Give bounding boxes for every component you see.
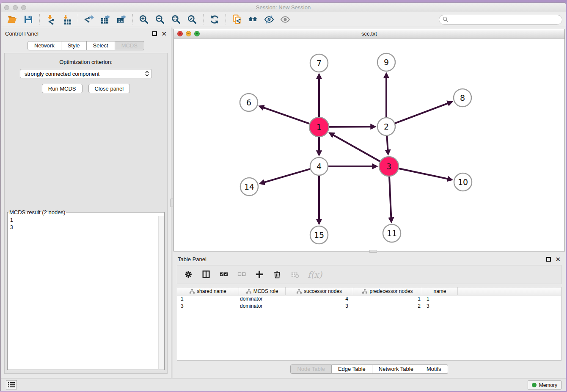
table-cell[interactable]: 3 [422, 303, 458, 310]
delete-columns-button[interactable] [272, 269, 283, 280]
graph-edge-3-11[interactable] [389, 177, 391, 218]
frame-close-button[interactable]: ✕ [177, 31, 183, 36]
apply-layout-icon [209, 14, 220, 25]
zoom-in-icon [139, 14, 149, 25]
function-builder-button[interactable]: f(x) [308, 270, 322, 280]
tab-style[interactable]: Style [61, 41, 87, 50]
select-all-columns-button[interactable] [219, 269, 230, 280]
hide-selected-button[interactable] [264, 14, 275, 25]
table-cell[interactable]: 1 [177, 295, 239, 303]
home-button[interactable] [248, 14, 259, 25]
application-window: Session: New Session [0, 3, 566, 391]
tab-motifs[interactable]: Motifs [420, 364, 448, 374]
graph-edge-1-2[interactable] [329, 127, 371, 127]
optimization-criterion-value: strongly connected component [25, 71, 145, 77]
tab-network[interactable]: Network [28, 41, 61, 50]
tab-mcds[interactable]: MCDS [115, 41, 144, 50]
graph-edge-4-14[interactable] [264, 169, 310, 182]
export-network-button[interactable] [84, 14, 95, 25]
column-header-successor-nodes[interactable]: successor nodes [286, 287, 353, 295]
close-panel-button[interactable]: Close panel [88, 84, 130, 93]
delete-columns-icon [273, 270, 282, 279]
unselect-all-columns-button[interactable] [237, 269, 248, 280]
graph-node-label: 10 [458, 177, 468, 187]
column-header-shared-name[interactable]: shared name [177, 287, 239, 295]
close-window-button[interactable] [4, 5, 9, 10]
float-table-panel-icon[interactable] [546, 257, 551, 262]
task-history-button[interactable] [6, 380, 17, 389]
mcds-result-fieldset: MCDS result (2 nodes) 13 [7, 209, 165, 370]
zoom-out-button[interactable] [154, 14, 165, 25]
zoom-fit-button[interactable] [171, 14, 182, 25]
open-session-button[interactable] [7, 14, 18, 25]
import-table-button[interactable] [61, 14, 72, 25]
column-header-name[interactable]: name [422, 287, 458, 295]
delete-table-button[interactable] [290, 269, 301, 280]
tab-node-table[interactable]: Node Table [290, 364, 332, 374]
zoom-in-button[interactable] [138, 14, 149, 25]
graph-edge-1-6[interactable] [264, 108, 309, 124]
close-table-panel-icon[interactable]: ✕ [555, 257, 561, 262]
graph-edge-3-1[interactable] [333, 135, 380, 161]
import-network-button[interactable] [45, 14, 56, 25]
graph-node-label: 7 [317, 58, 322, 68]
show-all-button[interactable] [280, 14, 291, 25]
table-panel-header: Table Panel ✕ [173, 253, 565, 265]
control-panel: Control Panel ✕ NetworkStyleSelectMCDS O… [1, 28, 171, 378]
minimize-window-button[interactable] [13, 5, 18, 10]
tab-edge-table[interactable]: Edge Table [332, 364, 372, 374]
export-image-icon [116, 14, 127, 25]
graph-edge-2-8[interactable] [395, 103, 448, 123]
export-table-button[interactable] [100, 14, 111, 25]
frame-maximize-button[interactable]: + [194, 31, 200, 36]
save-session-button[interactable] [23, 14, 34, 25]
search-input[interactable] [439, 15, 562, 25]
table-cell[interactable]: dominator [239, 303, 286, 310]
table-cell[interactable]: 1 [422, 295, 458, 303]
status-bar: Memory [1, 378, 566, 391]
mcds-result-text[interactable]: 13 [8, 215, 164, 370]
save-session-icon [23, 14, 33, 25]
graph-node-label: 15 [314, 230, 324, 240]
run-mcds-button[interactable]: Run MCDS [42, 84, 83, 93]
float-panel-icon[interactable] [152, 31, 157, 36]
table-cell[interactable]: 2 [353, 303, 422, 310]
tab-select[interactable]: Select [87, 41, 115, 50]
show-columns-button[interactable] [201, 269, 212, 280]
tab-network-table[interactable]: Network Table [372, 364, 420, 374]
table-cell[interactable]: 3 [177, 303, 239, 310]
table-cell[interactable]: 4 [286, 295, 353, 303]
clone-network-button[interactable] [231, 14, 242, 25]
memory-button[interactable]: Memory [528, 380, 561, 390]
table-settings-button[interactable] [183, 269, 194, 280]
column-header-MCDS-role[interactable]: MCDS role [239, 287, 286, 295]
table-row[interactable]: 1dominator411 [177, 295, 561, 303]
table-row[interactable]: 3dominator323 [177, 303, 561, 310]
frame-minimize-button[interactable]: − [186, 31, 191, 36]
graph-node-label: 4 [317, 162, 322, 171]
network-frame-title: scc.txt [174, 29, 564, 39]
graph-node-label: 11 [387, 229, 397, 238]
maximize-window-button[interactable] [21, 5, 26, 10]
zoom-selected-button[interactable] [187, 14, 198, 25]
control-panel-title: Control Panel [5, 30, 39, 37]
unselect-all-columns-icon [237, 270, 247, 279]
table-cell[interactable]: 3 [286, 303, 353, 310]
result-scrollbar[interactable] [158, 216, 164, 369]
hierarchy-icon [297, 289, 302, 294]
optimization-criterion-select[interactable]: strongly connected component [20, 69, 152, 78]
hierarchy-icon [362, 289, 367, 294]
column-header-predecessor-nodes[interactable]: predecessor nodes [353, 287, 422, 295]
table-cell[interactable]: dominator [239, 295, 286, 303]
apply-layout-button[interactable] [209, 14, 220, 25]
close-panel-icon[interactable]: ✕ [161, 31, 167, 36]
network-canvas[interactable]: 7968124314101511 [174, 39, 564, 251]
graph-edge-3-10[interactable] [399, 168, 447, 179]
table-toolbar: f(x) [177, 265, 561, 284]
table-cell[interactable]: 1 [353, 295, 422, 303]
hide-selected-icon [264, 14, 274, 25]
graph-edge-2-3[interactable] [387, 136, 388, 150]
add-column-button[interactable] [254, 269, 265, 280]
horizontal-splitter-handle[interactable] [369, 250, 377, 253]
export-image-button[interactable] [116, 14, 127, 25]
